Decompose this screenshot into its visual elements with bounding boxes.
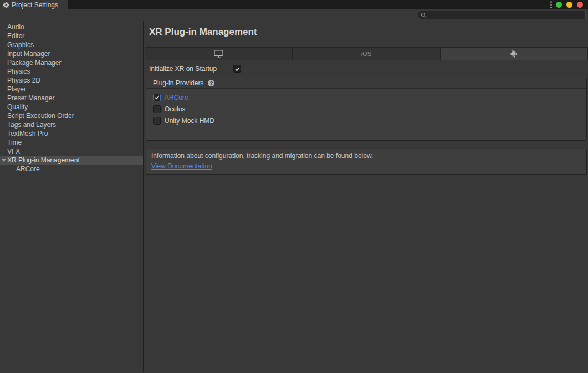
plugin-providers-label: Plug-in Providers (153, 79, 203, 87)
provider-box-spacer (146, 129, 586, 140)
sidebar-item-script-execution-order[interactable]: Script Execution Order (0, 111, 143, 120)
sidebar-item-label: Audio (7, 23, 24, 31)
titlebar: Project Settings (0, 0, 588, 9)
sidebar-item-label: Quality (7, 103, 28, 111)
initialize-xr-checkbox[interactable] (233, 65, 241, 73)
provider-label: ARCore (165, 94, 188, 101)
initialize-xr-row: Initialize XR on Startup (149, 64, 588, 74)
triangle-down-icon[interactable] (2, 159, 6, 162)
toolbar (0, 9, 588, 21)
sidebar-item-vfx[interactable]: VFX (0, 147, 143, 156)
sidebar-item-editor[interactable]: Editor (0, 32, 143, 40)
sidebar-item-physics[interactable]: Physics (0, 67, 143, 76)
page-title: XR Plug-in Management (149, 26, 588, 38)
search-box[interactable] (418, 11, 586, 19)
sidebar-item-label: Package Manager (7, 59, 61, 67)
sidebar-item-quality[interactable]: Quality (0, 103, 143, 111)
sidebar-item-label: Physics 2D (7, 76, 40, 84)
sidebar-item-label: Script Execution Order (7, 112, 74, 120)
tab-desktop[interactable] (145, 48, 292, 60)
provider-checkbox-arcore[interactable] (153, 94, 161, 101)
tab-label: iOS (361, 50, 371, 57)
sidebar-item-label: Time (7, 139, 22, 146)
sidebar-item-audio[interactable]: Audio (0, 23, 143, 32)
provider-row-unity-mock-hmd: Unity Mock HMD (146, 115, 586, 126)
sidebar-item-physics-2d[interactable]: Physics 2D (0, 76, 143, 85)
sidebar-item-label: Physics (7, 68, 30, 75)
sidebar-item-preset-manager[interactable]: Preset Manager (0, 94, 143, 103)
sidebar-item-xr-plug-in-management[interactable]: XR Plug-in Management (0, 156, 143, 165)
tab-ios[interactable]: iOS (292, 48, 439, 60)
sidebar-item-label: Preset Manager (7, 94, 54, 102)
main-panel: XR Plug-in Management iOS Initialize XR … (144, 21, 588, 372)
initialize-xr-label: Initialize XR on Startup (149, 65, 233, 73)
window-button-yellow[interactable] (566, 2, 572, 8)
platform-tabbar: iOS (145, 47, 588, 60)
info-box: Information about configuration, trackin… (146, 149, 587, 175)
provider-checkbox-oculus[interactable] (153, 105, 161, 113)
provider-row-oculus: Oculus (146, 103, 586, 115)
search-icon (421, 12, 427, 18)
sidebar-item-label: Graphics (7, 41, 34, 49)
help-icon[interactable]: ? (208, 80, 214, 86)
sidebar-item-label: TextMesh Pro (7, 130, 48, 137)
provider-list: ARCoreOculusUnity Mock HMD (146, 89, 586, 129)
sidebar-item-label: Editor (7, 32, 24, 40)
settings-sidebar: AudioEditorGraphicsInput ManagerPackage … (0, 21, 144, 372)
sidebar-item-label: XR Plug-in Management (7, 156, 80, 164)
sidebar-item-label: VFX (7, 147, 20, 155)
view-documentation-link[interactable]: View Documentation (151, 162, 212, 170)
body: AudioEditorGraphicsInput ManagerPackage … (0, 21, 588, 372)
monitor-icon (214, 50, 223, 58)
sidebar-item-input-manager[interactable]: Input Manager (0, 49, 143, 58)
sidebar-item-package-manager[interactable]: Package Manager (0, 58, 143, 67)
kebab-menu-icon[interactable] (546, 0, 556, 9)
plugin-providers-box: Plug-in Providers ? ARCoreOculusUnity Mo… (146, 78, 587, 141)
sidebar-item-label: Tags and Layers (7, 121, 56, 129)
provider-row-arcore: ARCore (146, 91, 586, 103)
tab-android[interactable] (440, 48, 587, 60)
provider-checkbox-unity-mock-hmd[interactable] (153, 117, 161, 125)
sidebar-item-textmesh-pro[interactable]: TextMesh Pro (0, 129, 143, 138)
info-text: Information about configuration, trackin… (151, 152, 581, 160)
provider-label: Oculus (165, 105, 185, 113)
sidebar-item-graphics[interactable]: Graphics (0, 40, 143, 49)
sidebar-item-label: ARCore (16, 165, 40, 173)
project-settings-window-tab[interactable]: Project Settings (0, 0, 68, 9)
plugin-providers-header: Plug-in Providers ? (146, 78, 586, 89)
sidebar-item-time[interactable]: Time (0, 138, 143, 147)
window-buttons (556, 0, 588, 9)
sidebar-item-label: Player (7, 85, 26, 93)
window-button-green[interactable] (556, 2, 562, 8)
sidebar-item-player[interactable]: Player (0, 85, 143, 94)
sidebar-item-label: Input Manager (7, 50, 50, 58)
provider-label: Unity Mock HMD (165, 117, 214, 125)
titlebar-spacer (68, 0, 546, 9)
search-input[interactable] (428, 12, 585, 19)
android-icon (510, 50, 517, 58)
window-button-red[interactable] (577, 2, 583, 8)
sidebar-item-arcore[interactable]: ARCore (0, 165, 143, 173)
gear-icon (3, 2, 9, 8)
sidebar-item-tags-and-layers[interactable]: Tags and Layers (0, 120, 143, 129)
window-title: Project Settings (12, 1, 58, 9)
